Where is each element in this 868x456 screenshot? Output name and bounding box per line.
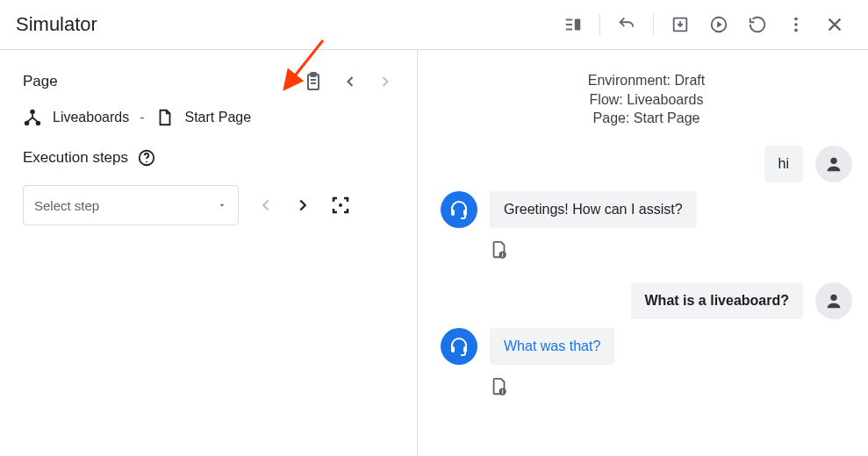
svg-point-7	[794, 17, 798, 20]
svg-rect-24	[463, 210, 467, 216]
chevron-down-icon	[217, 200, 227, 210]
user-avatar-icon	[815, 282, 852, 319]
help-icon[interactable]	[137, 148, 156, 167]
svg-rect-23	[451, 210, 455, 216]
undo-button[interactable]	[609, 7, 644, 42]
breadcrumb: Liveaboards - Start Page	[23, 108, 394, 127]
svg-rect-29	[463, 346, 467, 353]
svg-point-9	[794, 28, 798, 32]
svg-point-20	[146, 161, 147, 163]
svg-marker-6	[717, 21, 722, 27]
chat-row-user: hi	[441, 146, 852, 182]
prev-page-button[interactable]	[341, 73, 359, 90]
intent-detail-icon[interactable]: i	[490, 377, 852, 396]
svg-rect-0	[566, 18, 572, 20]
svg-point-21	[339, 203, 342, 207]
clipboard-icon[interactable]	[303, 71, 324, 92]
next-page-button[interactable]	[377, 73, 394, 90]
svg-point-22	[830, 157, 836, 163]
panel-toggle-button[interactable]	[556, 7, 591, 42]
svg-point-27	[830, 294, 836, 300]
breadcrumb-flow: Liveaboards	[53, 110, 129, 125]
svg-text:i: i	[502, 252, 504, 258]
reset-button[interactable]	[740, 7, 775, 42]
right-panel: Environment: Draft Flow: Liveaboards Pag…	[417, 49, 868, 456]
next-step-button[interactable]	[293, 196, 312, 215]
bot-message-link[interactable]: What was that?	[490, 328, 614, 365]
svg-rect-3	[575, 18, 580, 30]
breadcrumb-sep: -	[140, 110, 144, 125]
left-panel: Page Liveaboards - Start	[0, 49, 417, 456]
svg-point-16	[30, 110, 35, 114]
chat-row-user: What is a liveaboard?	[441, 282, 852, 319]
prev-step-button[interactable]	[256, 196, 276, 215]
flow-icon	[23, 108, 42, 127]
page-icon	[155, 108, 175, 127]
separator	[653, 14, 654, 35]
svg-point-8	[794, 23, 798, 26]
user-avatar-icon	[815, 146, 852, 182]
save-button[interactable]	[663, 7, 698, 42]
play-button[interactable]	[701, 7, 736, 42]
context-info: Environment: Draft Flow: Liveaboards Pag…	[441, 71, 852, 128]
exec-steps-label: Execution steps	[23, 149, 128, 167]
focus-icon[interactable]	[330, 195, 351, 216]
separator	[599, 14, 600, 35]
step-select[interactable]: Select step	[23, 185, 239, 225]
breadcrumb-page: Start Page	[185, 110, 252, 125]
bot-avatar-icon	[441, 191, 477, 228]
chat-row-bot: Greetings! How can I assist?	[441, 191, 852, 228]
svg-rect-28	[451, 346, 455, 353]
user-message: What is a liveaboard?	[631, 282, 803, 319]
chat: hi Greetings! How can I assist? i What i…	[441, 146, 852, 410]
step-select-placeholder: Select step	[34, 198, 99, 213]
page-title: Simulator	[16, 13, 97, 36]
toolbar	[556, 7, 852, 42]
close-button[interactable]	[817, 7, 852, 42]
bot-avatar-icon	[441, 328, 477, 365]
svg-text:i: i	[502, 388, 504, 395]
intent-detail-icon[interactable]: i	[490, 240, 852, 260]
svg-rect-2	[566, 28, 572, 30]
bot-message: Greetings! How can I assist?	[490, 191, 697, 228]
more-button[interactable]	[778, 7, 814, 42]
user-message: hi	[764, 146, 803, 182]
page-section-label: Page	[23, 73, 58, 90]
chat-row-bot: What was that?	[441, 328, 852, 365]
svg-rect-1	[566, 24, 572, 25]
